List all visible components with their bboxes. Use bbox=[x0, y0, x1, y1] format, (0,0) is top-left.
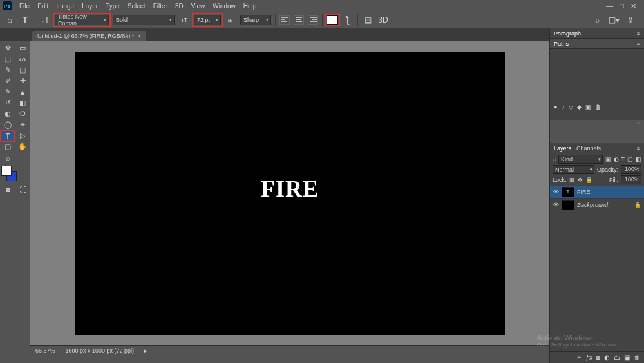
window-maximize-icon[interactable]: □ bbox=[620, 2, 624, 10]
delete-layer-icon[interactable]: 🗑 bbox=[634, 354, 640, 361]
artboard-tool[interactable]: ▭ bbox=[15, 43, 30, 54]
menu-edit[interactable]: Edit bbox=[33, 1, 52, 11]
foreground-color-swatch[interactable] bbox=[1, 166, 12, 176]
canvas-text[interactable]: FIRE bbox=[261, 175, 319, 202]
menu-select[interactable]: Select bbox=[124, 1, 149, 11]
marquee-tool[interactable]: ⬚ bbox=[1, 54, 15, 64]
filter-smart-icon[interactable]: ◧ bbox=[636, 156, 641, 162]
path-fill-icon[interactable]: ● bbox=[554, 104, 557, 110]
lock-position-icon[interactable]: ✥ bbox=[578, 177, 583, 183]
crop-tool[interactable]: ◫ bbox=[15, 64, 30, 75]
window-close-icon[interactable]: ✕ bbox=[630, 2, 636, 10]
dodge-tool[interactable]: ◯ bbox=[1, 119, 15, 130]
text-color-swatch[interactable] bbox=[327, 15, 338, 25]
panel-menu-icon[interactable]: ≡ bbox=[637, 41, 640, 47]
filter-adjust-icon[interactable]: ◐ bbox=[614, 156, 619, 162]
brush-tool[interactable]: ✎ bbox=[1, 86, 15, 97]
font-size-dropdown[interactable]: 72 pt bbox=[194, 15, 221, 25]
antialias-dropdown[interactable]: Sharp bbox=[240, 15, 271, 25]
rectangle-tool[interactable]: ▢ bbox=[1, 141, 15, 152]
layer-fx-icon[interactable]: ƒx bbox=[585, 354, 592, 361]
zoom-tool[interactable]: ⌕ bbox=[1, 152, 15, 163]
home-icon[interactable]: ⌂ bbox=[4, 14, 15, 26]
lock-all-icon[interactable]: 🔒 bbox=[585, 177, 592, 183]
layer-item[interactable]: 👁 T FIRE bbox=[550, 186, 644, 199]
history-brush-tool[interactable]: ↺ bbox=[1, 97, 15, 108]
hand-tool[interactable]: ✋ bbox=[15, 141, 30, 152]
canvas-area[interactable]: FIRE bbox=[30, 41, 549, 345]
status-chevron-icon[interactable]: ▸ bbox=[144, 348, 147, 354]
color-swatches[interactable] bbox=[1, 166, 17, 181]
tab-paths[interactable]: Paths bbox=[554, 41, 569, 47]
type-tool[interactable]: T bbox=[1, 130, 15, 141]
character-panel-icon[interactable]: ▤ bbox=[362, 14, 374, 26]
canvas[interactable]: FIRE bbox=[75, 52, 505, 335]
document-tab[interactable]: Untitled-1 @ 66.7% (FIRE, RGB/8#) * × bbox=[32, 31, 146, 41]
menu-file[interactable]: File bbox=[15, 1, 33, 11]
gradient-tool[interactable]: ◐ bbox=[1, 108, 15, 119]
align-right-button[interactable] bbox=[308, 15, 318, 25]
tab-layers[interactable]: Layers bbox=[554, 145, 571, 152]
quickmask-tool[interactable]: ◙ bbox=[1, 184, 15, 195]
healing-tool[interactable]: ✚ bbox=[15, 75, 30, 86]
path-mask-icon[interactable]: ◆ bbox=[577, 104, 582, 110]
menu-view[interactable]: View bbox=[187, 1, 209, 11]
tab-channels[interactable]: Channels bbox=[576, 145, 601, 152]
font-family-dropdown[interactable]: Times New Roman bbox=[55, 15, 109, 25]
menu-type[interactable]: Type bbox=[102, 1, 124, 11]
menu-image[interactable]: Image bbox=[52, 1, 78, 11]
blur-tool[interactable]: ❍ bbox=[15, 108, 30, 119]
layer-thumbnail[interactable]: T bbox=[562, 187, 574, 197]
stamp-tool[interactable]: ▲ bbox=[15, 86, 30, 97]
visibility-toggle-icon[interactable]: 👁 bbox=[553, 202, 559, 208]
layer-thumbnail[interactable] bbox=[562, 200, 574, 210]
window-minimize-icon[interactable]: — bbox=[606, 2, 613, 10]
opacity-input[interactable]: 100% bbox=[621, 165, 641, 174]
warp-text-icon[interactable]: ƪ bbox=[342, 14, 354, 26]
tab-close-icon[interactable]: × bbox=[138, 33, 141, 39]
share-icon[interactable]: ⇪ bbox=[625, 14, 636, 26]
menu-3d[interactable]: 3D bbox=[171, 1, 187, 11]
zoom-level[interactable]: 66.67% bbox=[35, 348, 55, 354]
tool-preset-icon[interactable]: T bbox=[19, 14, 31, 26]
menu-layer[interactable]: Layer bbox=[78, 1, 102, 11]
link-layers-icon[interactable]: ⚭ bbox=[576, 354, 582, 361]
align-center-button[interactable] bbox=[294, 15, 304, 25]
filter-image-icon[interactable]: ▣ bbox=[605, 156, 611, 162]
eyedropper-tool[interactable]: ✐ bbox=[1, 75, 15, 86]
lock-pixels-icon[interactable]: ▦ bbox=[569, 177, 575, 183]
fill-input[interactable]: 100% bbox=[621, 175, 641, 184]
align-left-button[interactable] bbox=[279, 15, 290, 25]
new-path-icon[interactable]: ▣ bbox=[585, 104, 591, 110]
panel-menu-icon[interactable]: ≡ bbox=[637, 145, 640, 152]
search-icon[interactable]: ⌕ bbox=[591, 14, 603, 26]
layer-item[interactable]: 👁 Background 🔒 bbox=[550, 199, 644, 211]
lock-icon[interactable]: 🔒 bbox=[634, 202, 641, 208]
pen-tool[interactable]: ✒ bbox=[15, 119, 30, 130]
blend-mode-dropdown[interactable]: Normal bbox=[553, 165, 594, 174]
text-orientation-icon[interactable]: ↕T bbox=[39, 14, 51, 26]
tab-paragraph[interactable]: Paragraph bbox=[554, 30, 581, 37]
edit-toolbar[interactable]: ⋯ bbox=[15, 152, 30, 163]
screenmode-tool[interactable]: ⛶ bbox=[15, 184, 30, 195]
path-selection-icon[interactable]: ◇ bbox=[569, 104, 573, 110]
new-layer-icon[interactable]: ▣ bbox=[624, 354, 630, 361]
menu-window[interactable]: Window bbox=[209, 1, 240, 11]
layer-name[interactable]: FIRE bbox=[577, 189, 591, 195]
adjustment-layer-icon[interactable]: ◐ bbox=[604, 354, 610, 361]
filter-shape-icon[interactable]: ▢ bbox=[627, 156, 633, 162]
panel-menu-icon[interactable]: ≡ bbox=[637, 30, 640, 37]
panel-collapse-icon[interactable]: « bbox=[550, 120, 644, 126]
group-icon[interactable]: 🗀 bbox=[614, 354, 620, 361]
layer-name[interactable]: Background bbox=[577, 202, 608, 208]
menu-help[interactable]: Help bbox=[240, 1, 261, 11]
visibility-toggle-icon[interactable]: 👁 bbox=[553, 189, 559, 195]
filter-type-icon[interactable]: T bbox=[621, 156, 625, 162]
move-tool[interactable]: ✥ bbox=[1, 43, 15, 54]
path-select-tool[interactable]: ▷ bbox=[15, 130, 30, 141]
font-style-dropdown[interactable]: Bold bbox=[113, 15, 175, 25]
3d-button[interactable]: 3D bbox=[377, 14, 389, 26]
layer-filter-dropdown[interactable]: Kind bbox=[558, 155, 603, 164]
path-stroke-icon[interactable]: ○ bbox=[561, 104, 564, 110]
workspace-icon[interactable]: ◫▾ bbox=[608, 14, 620, 26]
